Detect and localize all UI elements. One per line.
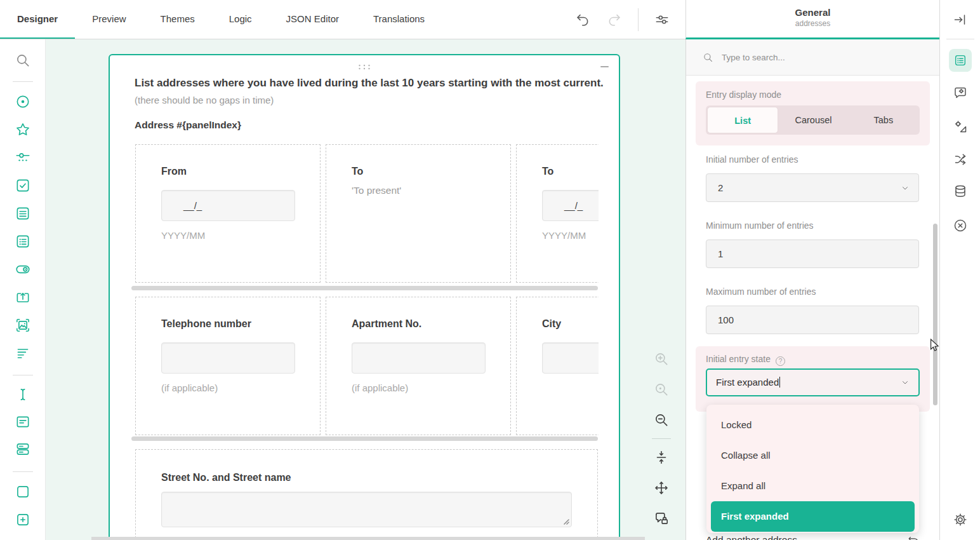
checkbox-icon[interactable] <box>15 177 31 194</box>
next-property-label: Add another address <box>706 534 797 540</box>
settings-sliders-icon[interactable] <box>654 11 670 28</box>
option-list[interactable]: List <box>707 107 778 133</box>
undo-icon[interactable] <box>574 11 591 28</box>
street-textarea[interactable] <box>161 492 572 527</box>
theme-tab-icon[interactable] <box>953 119 968 134</box>
drag-surface-icon[interactable] <box>653 480 670 496</box>
question-description: (if applicable) <box>352 382 408 393</box>
ranking-icon[interactable] <box>15 345 31 361</box>
initial-entry-state-section: Initial entry state? First expanded <box>696 346 930 412</box>
question-title: List addresses where you have lived duri… <box>135 77 604 90</box>
question-label: Street No. and Street name <box>161 472 291 483</box>
masked-date-input[interactable]: __/_ <box>161 190 295 221</box>
surface-toolbar <box>645 351 678 527</box>
panel-icon[interactable] <box>15 483 31 500</box>
reset-to-default-icon[interactable] <box>907 534 920 540</box>
max-entries-value: 100 <box>718 314 734 325</box>
file-upload-icon[interactable] <box>15 289 31 306</box>
question-to-date[interactable]: To __/_ YYYY/MM <box>516 144 599 283</box>
question-to-present[interactable]: To 'To present' <box>326 144 511 283</box>
redo-icon[interactable] <box>606 11 623 28</box>
toolbox-divider <box>13 375 33 375</box>
question-apartment[interactable]: Apartment No. (if applicable) <box>326 297 511 435</box>
toolbox-sidebar <box>0 39 46 540</box>
initial-entries-select[interactable]: 2 <box>706 173 919 202</box>
question-city[interactable]: City <box>516 297 599 435</box>
property-search-input[interactable] <box>722 53 912 62</box>
resize-handle-icon[interactable] <box>563 518 569 525</box>
dropdown-icon[interactable] <box>15 205 31 222</box>
dynamic-panel-icon[interactable] <box>15 511 31 528</box>
selected-element-name: addresses <box>686 19 939 28</box>
multiselect-dropdown-icon[interactable] <box>15 233 31 250</box>
comments-tab-icon[interactable] <box>953 85 968 100</box>
zoom-100-icon[interactable] <box>653 381 670 398</box>
fit-page-icon[interactable] <box>653 449 670 466</box>
question-from[interactable]: From __/_ YYYY/MM <box>135 144 321 283</box>
top-bar: Designer Preview Themes Logic JSON Edito… <box>0 0 685 39</box>
zoom-in-icon[interactable] <box>653 351 670 367</box>
collapse-sidebar-icon[interactable] <box>953 12 968 27</box>
surface-horizontal-scrollbar[interactable] <box>91 537 645 540</box>
question-phone[interactable]: Telephone number (if applicable) <box>135 297 321 435</box>
image-picker-icon[interactable] <box>15 317 31 334</box>
text-input[interactable] <box>542 342 599 374</box>
next-property-row: Add another address <box>706 534 920 540</box>
row-horizontal-scrollbar[interactable] <box>131 286 598 290</box>
initial-entries-value: 2 <box>718 182 723 193</box>
long-text-icon[interactable] <box>15 414 31 430</box>
min-entries-input[interactable]: 1 <box>706 240 919 268</box>
tab-logic[interactable]: Logic <box>212 0 269 39</box>
data-tab-icon[interactable] <box>953 184 968 199</box>
boolean-toggle-icon[interactable] <box>15 261 31 278</box>
question-label: Telephone number <box>161 318 251 330</box>
option-carousel[interactable]: Carousel <box>778 107 848 133</box>
tab-preview[interactable]: Preview <box>75 0 143 39</box>
max-entries-input[interactable]: 100 <box>706 306 919 334</box>
rating-star-icon[interactable] <box>15 121 31 138</box>
question-label: From <box>161 166 187 177</box>
collapse-question-icon[interactable] <box>600 66 609 67</box>
option-tabs[interactable]: Tabs <box>849 107 918 133</box>
slider-icon[interactable] <box>15 149 31 166</box>
panel-template-title: Address #{panelIndex} <box>135 119 241 131</box>
mouse-cursor <box>928 338 942 354</box>
sidebar-tab-strip <box>939 0 980 540</box>
question-street[interactable]: Street No. and Street name <box>135 449 598 540</box>
tab-themes[interactable]: Themes <box>143 0 212 39</box>
zoom-out-icon[interactable] <box>653 412 670 428</box>
tab-designer[interactable]: Designer <box>0 0 75 39</box>
dropdown-option-expand-all[interactable]: Expand all <box>706 471 919 501</box>
logic-tab-icon[interactable] <box>953 152 968 167</box>
question-description: (if applicable) <box>161 382 218 393</box>
dynamic-panel-question-card[interactable]: List addresses where you have lived duri… <box>109 54 620 540</box>
chevron-down-icon <box>901 184 910 192</box>
dropdown-option-collapse-all[interactable]: Collapse all <box>706 440 919 471</box>
settings-gear-icon[interactable] <box>953 512 968 527</box>
initial-entry-state-value: First expanded <box>716 377 779 388</box>
lock-questions-icon[interactable] <box>653 510 670 527</box>
tab-json-editor[interactable]: JSON Editor <box>269 0 356 39</box>
initial-entry-state-combobox[interactable]: First expanded <box>706 368 920 396</box>
text-input[interactable] <box>161 342 295 374</box>
masked-date-input[interactable]: __/_ <box>542 190 599 221</box>
question-label: Apartment No. <box>352 318 421 330</box>
row-horizontal-scrollbar[interactable] <box>131 436 598 441</box>
radiogroup-icon[interactable] <box>15 93 31 110</box>
toolbox-search-icon[interactable] <box>15 52 31 69</box>
entry-display-mode-section: Entry display mode List Carousel Tabs <box>696 81 930 145</box>
property-panel-scrollbar[interactable] <box>933 224 937 405</box>
help-icon[interactable]: ? <box>776 356 785 366</box>
drag-handle-icon[interactable] <box>358 61 371 72</box>
question-label: To <box>542 166 553 177</box>
initial-entry-state-label: Initial entry state? <box>706 354 785 366</box>
text-input-icon[interactable] <box>15 386 31 403</box>
multiple-textboxes-icon[interactable] <box>15 441 31 457</box>
close-tab-icon[interactable] <box>953 218 968 233</box>
template-row-1: From __/_ YYYY/MM To 'To present' To __/… <box>135 144 599 283</box>
dropdown-option-first-expanded-selected[interactable]: First expanded <box>711 501 915 532</box>
tab-translations[interactable]: Translations <box>356 0 442 39</box>
dropdown-option-locked[interactable]: Locked <box>706 410 919 440</box>
property-grid-tab-active[interactable] <box>949 49 972 72</box>
text-input[interactable] <box>352 342 486 374</box>
